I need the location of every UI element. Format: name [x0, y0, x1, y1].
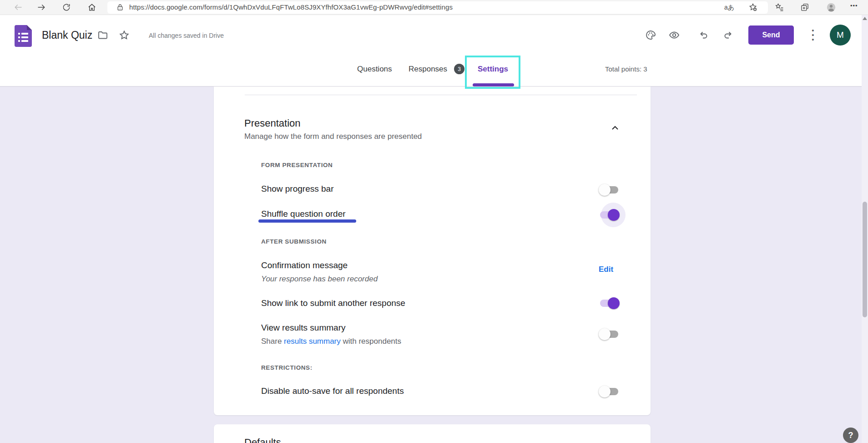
section-divider [245, 95, 637, 95]
move-folder-icon[interactable] [97, 30, 108, 41]
presentation-title: Presentation [244, 117, 301, 129]
toggle-knob [608, 297, 620, 309]
logo-bar [21, 36, 28, 38]
show-progress-bar-toggle[interactable] [599, 183, 620, 196]
forms-logo-icon[interactable] [15, 25, 32, 47]
send-button[interactable]: Send [748, 25, 794, 45]
save-status: All changes saved in Drive [149, 32, 224, 39]
browser-menu-icon[interactable]: ••• [850, 2, 858, 9]
defaults-card: Defaults [214, 424, 651, 443]
defaults-title: Defaults [244, 437, 281, 443]
disable-autosave-toggle[interactable] [599, 385, 620, 398]
view-results-summary-toggle[interactable] [599, 328, 620, 341]
browser-toolbar: https://docs.google.com/forms/d/1QwhDxVd… [0, 0, 868, 15]
restrictions-group-label: RESTRICTIONS: [261, 364, 313, 371]
theme-palette-icon[interactable] [645, 30, 656, 41]
logo-bullet [18, 33, 20, 35]
preview-eye-icon[interactable] [669, 30, 680, 41]
toggle-knob [599, 386, 611, 397]
url-text[interactable]: https://docs.google.com/forms/d/1QwhDxVd… [129, 3, 453, 11]
edit-confirmation-link[interactable]: Edit [599, 265, 613, 274]
show-progress-bar-label: Show progress bar [261, 183, 333, 194]
forms-header: Blank Quiz All changes saved in Drive Se… [0, 15, 868, 87]
chevron-up-icon[interactable] [610, 122, 621, 133]
refresh-icon[interactable] [62, 3, 71, 12]
presentation-card: Presentation Manage how the form and res… [214, 87, 651, 415]
logo-bar [21, 40, 28, 42]
show-link-label: Show link to submit another response [261, 298, 405, 309]
show-link-toggle[interactable] [599, 297, 620, 310]
home-icon[interactable] [87, 3, 96, 12]
collections-icon[interactable] [800, 3, 809, 12]
total-points: Total points: 3 [605, 65, 647, 73]
shuffle-question-order-toggle[interactable] [599, 209, 620, 221]
lock-icon [116, 3, 125, 12]
scrollbar-track[interactable] [862, 15, 868, 443]
view-results-summary-label: View results summary [261, 322, 345, 333]
page-fold [27, 25, 32, 30]
confirmation-message-value: Your response has been recorded [261, 274, 378, 284]
add-favorite-icon[interactable] [748, 3, 757, 12]
redo-icon[interactable] [723, 30, 734, 41]
logo-bar [21, 33, 28, 35]
toggle-knob [599, 328, 611, 340]
help-button[interactable]: ? [843, 428, 858, 443]
shuffle-question-order-label: Shuffle question order [261, 209, 346, 219]
disable-autosave-label: Disable auto-save for all respondents [261, 386, 404, 397]
scrollbar-up-arrow-icon[interactable] [863, 17, 867, 20]
undo-icon[interactable] [698, 30, 709, 41]
share-prefix: Share [261, 337, 284, 346]
document-title[interactable]: Blank Quiz [42, 27, 92, 43]
star-icon[interactable] [119, 30, 130, 41]
after-submission-group-label: AFTER SUBMISSION [261, 238, 327, 245]
share-suffix: with respondents [341, 337, 401, 346]
scrollbar-thumb[interactable] [863, 202, 867, 317]
responses-count-badge: 3 [454, 64, 464, 74]
logo-bullet [18, 36, 20, 38]
form-presentation-group-label: FORM PRESENTATION [261, 162, 333, 168]
favorites-bar-icon[interactable] [775, 3, 784, 12]
tab-responses[interactable]: Responses [409, 64, 447, 74]
more-options-icon[interactable]: ••• [810, 28, 816, 42]
shuffle-underline-annotation [258, 219, 356, 223]
presentation-subtitle: Manage how the form and responses are pr… [244, 132, 422, 141]
account-avatar[interactable]: M [830, 25, 851, 46]
forward-icon[interactable] [37, 3, 46, 12]
translate-icon[interactable]: aあ [724, 4, 734, 12]
back-icon[interactable] [14, 3, 23, 12]
toggle-knob [608, 209, 620, 221]
settings-highlight-annotation [465, 56, 520, 89]
toggle-knob [599, 184, 611, 196]
tab-questions[interactable]: Questions [357, 64, 392, 74]
settings-page: Presentation Manage how the form and res… [0, 87, 868, 443]
profile-icon[interactable] [826, 2, 835, 11]
view-results-summary-sub: Share results summary with respondents [261, 336, 401, 346]
results-summary-link[interactable]: results summary [284, 337, 341, 346]
logo-bullet [18, 40, 20, 42]
confirmation-message-label: Confirmation message [261, 260, 348, 271]
